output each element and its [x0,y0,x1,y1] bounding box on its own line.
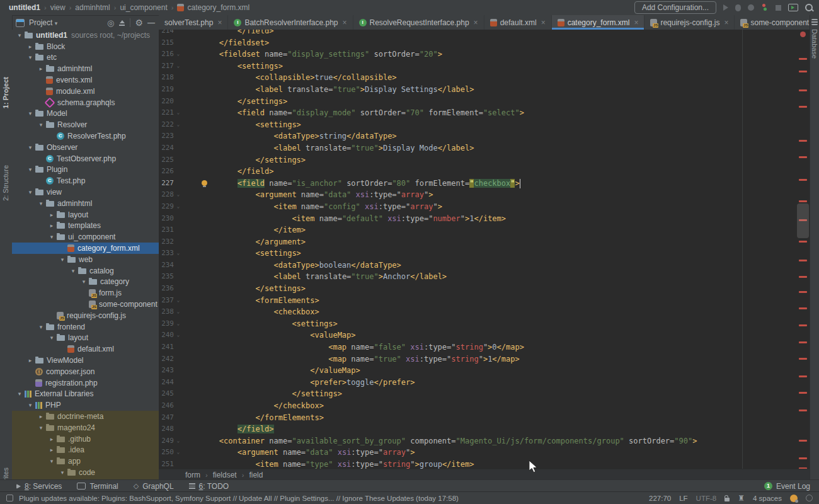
error-stripe-mark[interactable] [799,140,807,142]
editor-tab[interactable]: solverTest.php× [159,15,228,30]
fold-marker-icon[interactable]: ⌄ [175,295,181,307]
tree-item-block[interactable]: ▸Block [12,41,159,52]
editor-line-214[interactable]: 214 </field> [159,30,810,37]
error-stripe-mark[interactable] [799,276,807,278]
search-everywhere-icon[interactable] [805,4,813,11]
project-panel-title[interactable]: Project ▾ [29,18,57,27]
lock-icon[interactable] [724,498,730,501]
fold-marker-icon[interactable]: ⌄ [175,189,181,201]
tree-item-viewmodel[interactable]: ▸ViewModel [12,355,159,366]
expanded-arrow-icon[interactable]: ▾ [36,200,46,207]
expanded-arrow-icon[interactable]: ▾ [25,166,35,173]
error-stripe[interactable] [795,30,810,469]
editor-line-229[interactable]: 229⌄ <item name="config" xsi:type="array… [159,201,810,213]
expanded-arrow-icon[interactable]: ▾ [79,278,89,285]
editor-line-241[interactable]: 241 <map name="false" xsi:type="string">… [159,341,810,353]
editor-tab[interactable]: category_form.xml× [552,15,645,30]
editor-line-249[interactable]: 249⌄ <container name="available_sort_by_… [159,435,810,447]
tree-item-category-form-xml[interactable]: category_form.xml [12,243,159,254]
stop-icon[interactable] [776,5,781,11]
editor-line-230[interactable]: 230 <item name="default" xsi:type="numbe… [159,213,810,225]
fold-marker-icon[interactable]: ⌄ [175,447,181,459]
editor-line-240[interactable]: 240⌄ <valueMap> [159,329,810,341]
error-stripe-mark[interactable] [799,291,807,293]
fold-marker-icon[interactable]: ⌄ [175,306,181,318]
editor-line-224[interactable]: 224 <label translate="true">Display Mode… [159,142,810,154]
breadcrumb-item[interactable]: category_form.xml [187,3,249,12]
error-stripe-mark[interactable] [799,440,807,442]
tree-item-untitled1[interactable]: ▾untitled1sources root, ~/projects [12,30,159,41]
editor-line-221[interactable]: 221⌄ <field name="display_mode" sortOrde… [159,107,810,119]
error-stripe-mark[interactable] [799,89,807,91]
expanded-arrow-icon[interactable]: ▾ [47,458,57,464]
scrollbar-thumb[interactable] [797,203,809,238]
tree-item-registration-php[interactable]: registration.php [12,377,159,389]
plugin-update-icon[interactable] [790,495,798,502]
expanded-arrow-icon[interactable]: ▾ [47,234,57,240]
editor-line-237[interactable]: 237⌄ <formElements> [159,295,810,307]
editor-tab[interactable]: requirejs-config.js× [644,15,735,30]
editor-line-245[interactable]: 245 </settings> [159,388,810,400]
editor-line-231[interactable]: 231 </item> [159,224,810,236]
expanded-arrow-icon[interactable]: ▾ [25,144,35,151]
tree-item-testobserver-php[interactable]: CTestObserver.php [12,153,159,164]
editor[interactable]: 214 </field>215 </fieldset>216⌄ <fieldse… [159,30,810,469]
fold-marker-icon[interactable]: ⌄ [175,60,181,72]
collapsed-arrow-icon[interactable]: ▸ [25,357,35,364]
expanded-arrow-icon[interactable]: ▾ [25,110,35,117]
expanded-arrow-icon[interactable]: ▾ [36,324,46,330]
breadcrumb-item[interactable]: ui_component [120,3,167,12]
editor-line-228[interactable]: 228⌄ <argument name="data" xsi:type="arr… [159,189,810,201]
close-tab-icon[interactable]: × [217,18,222,27]
tree-item-frontend[interactable]: ▾frontend [12,321,159,333]
expanded-arrow-icon[interactable]: ▾ [47,335,57,341]
tree-item-some-component[interactable]: some-component [12,299,159,310]
line-ending-widget[interactable]: LF [679,495,687,502]
editor-line-217[interactable]: 217⌄ <settings> [159,60,810,72]
editor-line-216[interactable]: 216⌄ <fieldset name="display_settings" s… [159,49,810,60]
expanded-arrow-icon[interactable]: ▾ [57,256,67,263]
tree-item-layout[interactable]: ▸layout [12,209,159,220]
encoding-widget[interactable]: UTF-8 [696,495,717,502]
error-stripe-mark[interactable] [799,392,807,394]
fold-marker-icon[interactable]: ⌄ [175,435,181,447]
expanded-arrow-icon[interactable]: ▾ [14,32,25,38]
editor-line-238[interactable]: 238⌄ <checkbox> [159,306,810,318]
tree-item-observer[interactable]: ▾Observer [12,142,159,153]
close-tab-icon[interactable]: × [634,18,638,27]
tree-item-category[interactable]: ▾category [12,277,159,288]
tree-item-default-xml[interactable]: default.xml [12,343,159,355]
fold-marker-icon[interactable]: ⌄ [175,107,181,119]
editor-line-235[interactable]: 235 <label translate="true">Anchor</labe… [159,271,810,283]
notifications-icon[interactable] [806,495,813,501]
tree-item-resolver[interactable]: ▾Resolver [12,119,159,130]
debug-icon[interactable] [735,4,741,11]
tool-window-button-project[interactable]: 1: Project [0,77,12,84]
collapsed-arrow-icon[interactable]: ▸ [36,413,46,420]
tree-item-templates[interactable]: ▸templates [12,220,159,232]
editor-tab[interactable]: IResolveRequestInterface.php× [353,15,484,30]
error-stripe-mark[interactable] [799,260,807,261]
tool-window-button-structure[interactable]: 2: Structure [0,165,12,173]
collapsed-arrow-icon[interactable]: ▸ [47,436,57,442]
expanded-arrow-icon[interactable]: ▾ [57,469,67,476]
collapsed-arrow-icon[interactable]: ▸ [47,212,57,218]
editor-line-248[interactable]: 248 </field> [159,423,810,435]
editor-line-232[interactable]: 232 </argument> [159,236,810,248]
editor-line-220[interactable]: 220 </settings> [159,96,810,108]
editor-tab[interactable]: some-component.js× [735,15,810,30]
expanded-arrow-icon[interactable]: ▾ [25,402,35,408]
tree-item-adminhtml[interactable]: ▸adminhtml [12,63,159,74]
status-message[interactable]: Plugin updates available: Plugins: BashS… [19,495,459,502]
tree-item-php[interactable]: ▾PHP [12,399,159,411]
fold-marker-icon[interactable]: ⌄ [175,119,181,131]
editor-line-234[interactable]: 234 <dataType>boolean</dataType> [159,260,810,272]
tree-item-doctrine-meta[interactable]: ▸doctrine-meta [12,411,159,422]
editor-line-222[interactable]: 222⌄ <settings> [159,119,810,131]
breadcrumb-item[interactable]: untitled1 [9,3,40,12]
fold-marker-icon[interactable]: ⌄ [175,329,181,341]
editor-line-223[interactable]: 223 <dataType>string</dataType> [159,130,810,142]
run-icon[interactable] [723,4,728,11]
error-stripe-mark[interactable] [799,341,807,343]
tool-window-button-graphql[interactable]: ◇GraphQL [134,482,174,491]
